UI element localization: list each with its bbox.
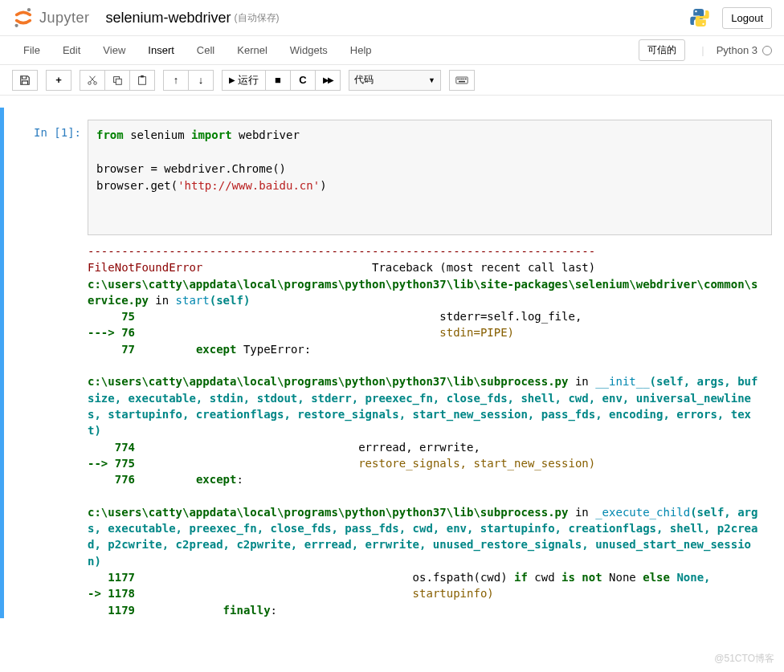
- header-bar: Jupyter selenium-webdriver (自动保存) Logout: [0, 0, 784, 36]
- svg-rect-11: [457, 78, 459, 79]
- menu-kernel[interactable]: Kernel: [226, 39, 279, 61]
- add-cell-button[interactable]: +: [46, 70, 71, 91]
- command-palette-button[interactable]: [449, 70, 475, 91]
- keyboard-icon: [455, 75, 468, 85]
- python-icon: [689, 7, 710, 28]
- save-button[interactable]: [12, 70, 38, 91]
- paste-icon: [137, 75, 148, 86]
- logout-button[interactable]: Logout: [722, 7, 772, 29]
- move-up-button[interactable]: ↑: [163, 70, 189, 91]
- restart-icon: C: [299, 74, 306, 86]
- traceback-output: ----------------------------------------…: [88, 243, 764, 618]
- cut-icon: [87, 75, 98, 86]
- svg-rect-7: [116, 79, 121, 84]
- arrow-down-icon: ↓: [198, 74, 204, 86]
- svg-rect-16: [459, 80, 465, 82]
- svg-rect-9: [141, 75, 144, 77]
- toolbar: + ↑ ↓ ▶运行 ■ C ▶▶ 代码: [0, 65, 784, 96]
- menu-cell[interactable]: Cell: [186, 39, 226, 61]
- input-prompt: In [1]:: [9, 120, 88, 618]
- move-down-button[interactable]: ↓: [188, 70, 214, 91]
- kernel-indicator-icon: [762, 46, 772, 55]
- restart-button[interactable]: C: [290, 70, 316, 91]
- output-area: ----------------------------------------…: [88, 235, 772, 618]
- trusted-button[interactable]: 可信的: [639, 39, 685, 61]
- copy-icon: [112, 75, 123, 86]
- code-input[interactable]: from selenium import webdriver browser =…: [88, 120, 772, 235]
- plus-icon: +: [55, 74, 62, 86]
- svg-point-0: [27, 8, 31, 11]
- paste-button[interactable]: [129, 70, 155, 91]
- play-icon: ▶: [229, 75, 235, 84]
- svg-rect-12: [459, 78, 461, 79]
- run-all-button[interactable]: ▶▶: [315, 70, 341, 91]
- kernel-name: Python 3: [717, 44, 757, 56]
- save-icon: [19, 75, 31, 86]
- code-cell[interactable]: In [1]: from selenium import webdriver b…: [0, 108, 772, 618]
- cell-type-value: 代码: [354, 73, 374, 87]
- svg-point-5: [94, 81, 97, 84]
- notebook-container: In [1]: from selenium import webdriver b…: [0, 96, 784, 630]
- svg-rect-15: [465, 78, 467, 79]
- svg-rect-8: [139, 76, 146, 84]
- svg-point-3: [703, 23, 704, 25]
- menubar: File Edit View Insert Cell Kernel Widget…: [0, 36, 784, 65]
- run-button[interactable]: ▶运行: [222, 70, 266, 91]
- svg-point-1: [15, 24, 18, 27]
- svg-rect-10: [456, 77, 468, 83]
- notebook-title[interactable]: selenium-webdriver: [106, 10, 231, 26]
- svg-rect-13: [461, 78, 463, 79]
- menu-view[interactable]: View: [92, 39, 137, 61]
- cell-type-select[interactable]: 代码: [349, 70, 441, 91]
- svg-point-4: [88, 81, 92, 84]
- stop-icon: ■: [275, 74, 281, 86]
- menu-edit[interactable]: Edit: [51, 39, 92, 61]
- menu-widgets[interactable]: Widgets: [279, 39, 339, 61]
- fast-forward-icon: ▶▶: [323, 75, 333, 84]
- copy-button[interactable]: [104, 70, 130, 91]
- menu-insert[interactable]: Insert: [137, 39, 186, 61]
- svg-point-2: [696, 10, 697, 12]
- menu-help[interactable]: Help: [339, 39, 383, 61]
- run-label: 运行: [238, 73, 259, 88]
- cut-button[interactable]: [80, 70, 105, 91]
- svg-rect-14: [463, 78, 465, 79]
- jupyter-icon: [12, 6, 35, 29]
- menu-file[interactable]: File: [12, 39, 51, 61]
- logo-text: Jupyter: [39, 10, 90, 26]
- autosave-status: (自动保存): [235, 11, 280, 25]
- arrow-up-icon: ↑: [174, 74, 179, 86]
- stop-button[interactable]: ■: [265, 70, 291, 91]
- jupyter-logo[interactable]: Jupyter: [12, 6, 90, 29]
